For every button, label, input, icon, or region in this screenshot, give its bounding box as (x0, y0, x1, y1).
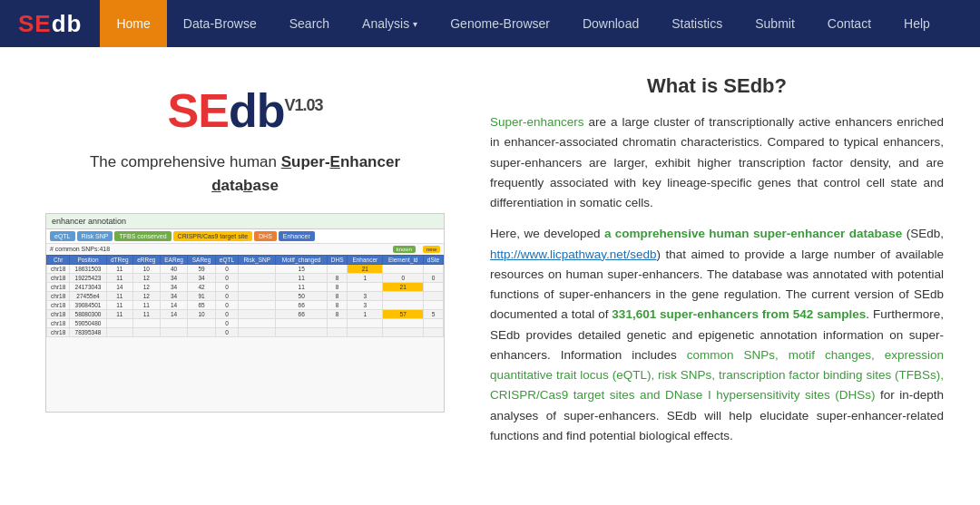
col-eqtl: eQTL (215, 256, 238, 265)
right-panel: What is SEdb? Super-enhancers are a larg… (472, 65, 980, 466)
site-logo: SEdb (0, 10, 100, 38)
snp-count: # common SNPs:418 (50, 246, 110, 253)
screenshot-header: enhancer annotation (46, 214, 444, 229)
sedb-url-link[interactable]: http://www.licpathway.net/sedb (490, 248, 657, 261)
col-eareg: EAReg (160, 256, 187, 265)
super-enhancers-link: Super-enhancers (490, 115, 584, 129)
col-motif: Motif_changed (276, 256, 328, 265)
left-panel: SEdbV1.03 The comprehensive human Super-… (0, 65, 472, 466)
col-dtreg: dTReg (106, 256, 132, 265)
navbar: SEdb Home Data-Browse Search Analysis▾ G… (0, 0, 980, 47)
tab-risk-snp: Risk SNP (77, 231, 113, 241)
nav-item-genome-browser[interactable]: Genome-Browser (434, 0, 566, 47)
table-row: chr18783953480 (47, 328, 444, 337)
col-elementid: Element_id (383, 256, 424, 265)
nav-item-contact[interactable]: Contact (811, 0, 887, 47)
nav-item-statistics[interactable]: Statistics (655, 0, 739, 47)
snp-count-row: # common SNPs:418 known new (46, 244, 444, 255)
logo-db: db (52, 10, 83, 37)
brand-version: V1.03 (284, 96, 322, 114)
table-row: chr1827455e41112349105083 (47, 292, 444, 301)
tab-dhs: DHS (254, 231, 277, 241)
col-risksnp: Risk_SNP (239, 256, 276, 265)
tab-enhancer: Enhancer (279, 231, 315, 241)
brand-se: SE (168, 84, 229, 137)
nav-item-help[interactable]: Help (887, 0, 946, 47)
nav-items: Home Data-Browse Search Analysis▾ Genome… (100, 0, 946, 47)
col-pos: Position (70, 256, 106, 265)
logo-se: SE (18, 10, 52, 37)
comprehensive-db-link: a comprehensive human super-enhancer dat… (604, 227, 902, 240)
subtitle-db: database (211, 177, 279, 194)
col-chr: Chr (47, 256, 70, 265)
paragraph-2: Here, we developed a comprehensive human… (490, 224, 944, 446)
tab-tfbs: TFBS conserved (114, 231, 171, 241)
nav-item-download[interactable]: Download (566, 0, 655, 47)
data-table: Chr Position dTReg eRReg EAReg SAReg eQT… (46, 255, 444, 337)
col-erreg: eRReg (132, 256, 160, 265)
table-row: chr1819225423111234340118100 (47, 274, 444, 283)
nav-item-home[interactable]: Home (100, 0, 166, 47)
nav-item-analysis[interactable]: Analysis▾ (346, 0, 434, 47)
table-row: chr182417304314123442011821 (47, 283, 444, 292)
legend-new: new (423, 246, 440, 253)
table-row: chr18390845011111146506683 (47, 301, 444, 310)
tab-crispr: CRISPR/Cas9 target site (173, 231, 252, 241)
paragraph-1: Super-enhancers are a large cluster of t… (490, 112, 944, 213)
nav-item-data-browse[interactable]: Data-Browse (167, 0, 273, 47)
se-count: 331,601 super-enhancers from 542 samples (612, 307, 866, 321)
col-sareg: SAReg (188, 256, 215, 265)
table-row: chr18186315031110405901521 (47, 265, 444, 274)
nav-item-search[interactable]: Search (273, 0, 346, 47)
tab-eqtl: eQTL (50, 231, 75, 241)
subtitle-bold: Super-Enhancer (281, 153, 400, 170)
screenshot-tabs: eQTL Risk SNP TFBS conserved CRISPR/Cas9… (46, 229, 444, 244)
legend-known: known (393, 246, 416, 253)
section-title: What is SEdb? (490, 74, 944, 98)
brand-container: SEdbV1.03 (168, 83, 323, 138)
screenshot-preview: enhancer annotation eQTL Risk SNP TFBS c… (45, 213, 445, 413)
table-row: chr18590504800 (47, 319, 444, 328)
analysis-dropdown-arrow: ▾ (413, 19, 417, 29)
col-enhancer: Enhancer (348, 256, 383, 265)
site-subtitle: The comprehensive human Super-Enhancerda… (90, 151, 400, 197)
nav-item-submit[interactable]: Submit (739, 0, 811, 47)
brand-db: db (229, 84, 285, 137)
table-row: chr18580803001111141006681575 (47, 310, 444, 319)
brand-title: SEdbV1.03 (168, 84, 323, 137)
col-dste: dSte (424, 256, 444, 265)
main-content: SEdbV1.03 The comprehensive human Super-… (0, 47, 980, 484)
table-container: Chr Position dTReg eRReg EAReg SAReg eQT… (46, 255, 444, 337)
legend: known new (393, 246, 440, 253)
col-dhs: DHS (328, 256, 348, 265)
